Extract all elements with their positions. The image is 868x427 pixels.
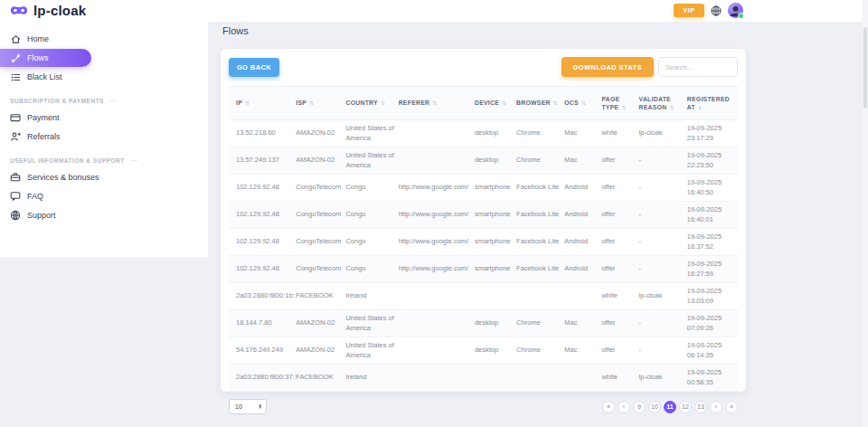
sidebar-item-services[interactable]: Services & bonuses bbox=[0, 168, 108, 186]
column-header-registered-at[interactable]: REGISTERED AT↓ bbox=[687, 87, 738, 120]
column-header-device[interactable]: DEVICE⇅ bbox=[475, 87, 516, 120]
download-stats-button[interactable]: DOWNLOAD STATS bbox=[561, 57, 654, 77]
table-row: 2a03:2880:f800:1b::FACEBOOKIrelandwhitel… bbox=[229, 283, 738, 310]
sidebar-item-referrals[interactable]: Referrals bbox=[0, 128, 81, 146]
table-cell: 102.129.92.48 bbox=[229, 256, 296, 283]
table-cell: smartphone bbox=[475, 175, 516, 202]
table-cell bbox=[516, 283, 564, 310]
table-cell: white bbox=[601, 365, 638, 392]
card-toolbar: GO BACK DOWNLOAD STATS bbox=[229, 57, 738, 77]
brand-logo[interactable]: lp-cloak bbox=[9, 3, 86, 18]
sidebar-item-payment[interactable]: Payment bbox=[0, 109, 81, 127]
briefcase-icon bbox=[10, 172, 21, 183]
sidebar-item-black-list[interactable]: Black List bbox=[0, 68, 81, 86]
table-cell: 19-09-2025 16:37:52 bbox=[687, 229, 738, 256]
sidebar: Home Flows Black List SUBSCRIPTION & PAY… bbox=[0, 22, 208, 257]
table-cell: http://www.google.com/ bbox=[399, 229, 475, 256]
scrollbar-thumb[interactable] bbox=[863, 27, 867, 109]
column-header-ocs[interactable]: OCS⇅ bbox=[564, 87, 601, 120]
sidebar-item-label: Home bbox=[27, 34, 49, 43]
column-header-validate-reason[interactable]: VALIDATE REASON⇅ bbox=[639, 87, 687, 120]
table-row: 102.129.92.48CongoTelecomCongohttp://www… bbox=[229, 202, 738, 229]
table-cell: Mac bbox=[564, 337, 601, 365]
table-cell: Mac bbox=[564, 147, 601, 175]
sidebar-item-label: Payment bbox=[27, 113, 60, 122]
sort-icon: ⇅ bbox=[381, 100, 385, 106]
table-cell: offer bbox=[601, 202, 638, 229]
table-cell: CongoTelecom bbox=[296, 202, 345, 229]
column-header-browser[interactable]: BROWSER⇅ bbox=[516, 87, 564, 120]
column-header-referer[interactable]: REFERER⇅ bbox=[399, 87, 475, 120]
pagination-prev-button[interactable]: ‹ bbox=[618, 401, 630, 413]
table-cell: smartphone bbox=[475, 256, 516, 283]
sidebar-item-support[interactable]: Support bbox=[0, 206, 81, 224]
table-cell: offer bbox=[601, 310, 638, 337]
table-cell: 102.129.92.48 bbox=[229, 202, 296, 229]
pagination-first-button[interactable]: « bbox=[602, 401, 615, 413]
sidebar-item-label: Flows bbox=[27, 53, 49, 62]
topbar-actions: VIP bbox=[674, 3, 743, 18]
column-header-ip[interactable]: IP⇅ bbox=[229, 87, 296, 120]
column-label: COUNTRY bbox=[345, 100, 377, 106]
table-cell: offer bbox=[601, 229, 638, 256]
table-cell bbox=[564, 283, 601, 310]
column-header-page-type[interactable]: PAGE TYPE⇅ bbox=[601, 87, 638, 120]
search-input[interactable] bbox=[658, 57, 738, 77]
table-cell: AMAZON-02 bbox=[296, 310, 345, 337]
credit-card-icon bbox=[10, 112, 21, 123]
pagination-page-11-button[interactable]: 11 bbox=[664, 401, 676, 413]
table-cell: http://www.google.com/ bbox=[399, 175, 475, 202]
sidebar-item-faq[interactable]: FAQ bbox=[0, 187, 81, 205]
scrollbar-track[interactable] bbox=[863, 0, 868, 427]
table-cell: Facebook Lite bbox=[516, 175, 564, 202]
column-header-country[interactable]: COUNTRY⇅ bbox=[345, 87, 398, 120]
table-cell: Android bbox=[564, 256, 601, 283]
language-globe-icon[interactable] bbox=[711, 5, 722, 16]
sidebar-item-flows[interactable]: Flows bbox=[0, 49, 91, 67]
table-cell: Facebook Lite bbox=[516, 256, 564, 283]
pagination-page-9-button[interactable]: 9 bbox=[633, 401, 646, 413]
table-cell: Congo bbox=[345, 175, 398, 202]
page-size-select[interactable]: 10 ▲▼ bbox=[229, 399, 267, 414]
table-cell: 19-09-2025 16:40:01 bbox=[687, 202, 738, 229]
add-user-icon bbox=[10, 131, 21, 142]
table-cell bbox=[516, 365, 564, 392]
pagination-next-button[interactable]: › bbox=[710, 401, 722, 413]
table-cell: CongoTelecom bbox=[296, 256, 345, 283]
table-cell: Facebook Lite bbox=[516, 229, 564, 256]
table-cell: smartphone bbox=[475, 229, 516, 256]
sidebar-item-label: FAQ bbox=[27, 192, 43, 201]
sidebar-item-home[interactable]: Home bbox=[0, 30, 81, 48]
go-back-button[interactable]: GO BACK bbox=[229, 58, 279, 77]
table-cell bbox=[475, 283, 516, 310]
table-cell: 18.144.7.80 bbox=[229, 310, 296, 337]
table-cell: United States of America bbox=[345, 310, 398, 337]
pagination: «‹910111213›» bbox=[602, 401, 738, 413]
pagination-page-13-button[interactable]: 13 bbox=[694, 401, 707, 413]
table-cell: AMAZON-02 bbox=[296, 147, 345, 175]
column-header-isp[interactable]: ISP⇅ bbox=[296, 87, 345, 120]
table-cell: CongoTelecom bbox=[296, 229, 345, 256]
column-label: VALIDATE REASON bbox=[639, 96, 671, 110]
pagination-page-10-button[interactable]: 10 bbox=[648, 401, 661, 413]
table-cell: Chrome bbox=[516, 120, 564, 147]
table-row: 2a03:2880:f800:37::FACEBOOKIrelandwhitel… bbox=[229, 365, 738, 392]
table-cell: 19-09-2025 22:23:50 bbox=[687, 147, 738, 175]
sidebar-item-label: Black List bbox=[27, 72, 62, 81]
table-cell: United States of America bbox=[345, 147, 398, 175]
chat-icon bbox=[10, 191, 21, 202]
table-cell: Chrome bbox=[516, 147, 564, 175]
sort-icon: ⇅ bbox=[502, 100, 506, 106]
pagination-last-button[interactable]: » bbox=[725, 401, 738, 413]
pagination-page-12-button[interactable]: 12 bbox=[679, 401, 692, 413]
table-cell: 19-09-2025 16:40:50 bbox=[687, 175, 738, 202]
vip-button[interactable]: VIP bbox=[674, 4, 704, 17]
sidebar-section-subscription: SUBSCRIPTION & PAYMENTS bbox=[0, 98, 117, 104]
sidebar-item-label: Referrals bbox=[27, 132, 61, 141]
column-label: DEVICE bbox=[475, 100, 499, 106]
table-cell bbox=[399, 120, 475, 147]
user-avatar[interactable] bbox=[728, 3, 743, 18]
table-cell: - bbox=[639, 147, 687, 175]
table-cell: 102.129.92.48 bbox=[229, 229, 296, 256]
table-row: 18.144.7.80AMAZON-02United States of Ame… bbox=[229, 310, 738, 337]
